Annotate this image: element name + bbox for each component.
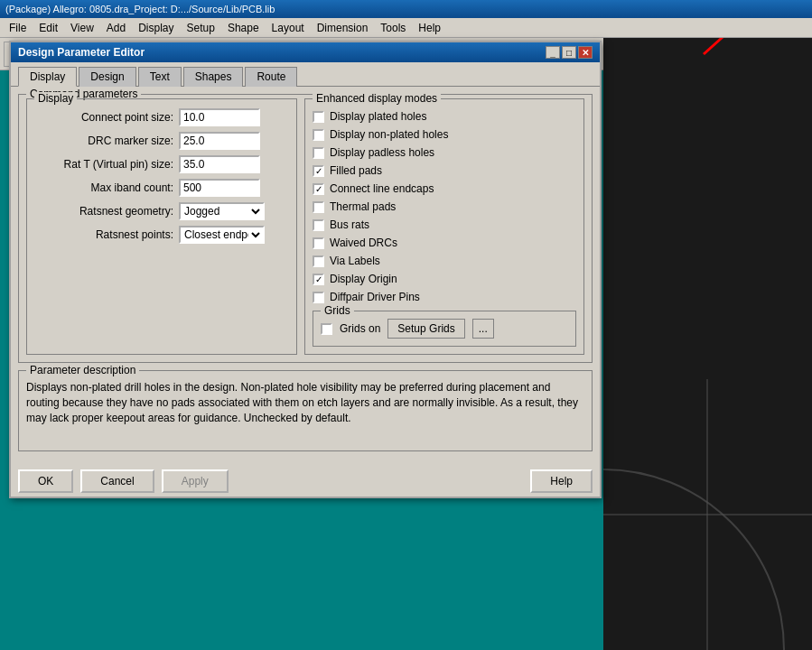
setup-grids-button[interactable]: Setup Grids (387, 319, 464, 339)
enhanced-display-label: Enhanced display modes (313, 92, 441, 105)
cb-label-1: Display non-plated holes (330, 128, 448, 141)
tab-design[interactable]: Design (79, 67, 135, 87)
drc-marker-row: DRC marker size: (34, 132, 289, 150)
ratsnest-pts-select[interactable]: Closest endpoint Centroid (179, 226, 265, 244)
command-params-group: Command parameters Display Connect point… (18, 94, 593, 363)
menu-file[interactable]: File (4, 20, 32, 36)
cb-filled-pads[interactable]: ✓ (313, 165, 324, 177)
connect-point-row: Connect point size: (34, 108, 289, 126)
menubar: File Edit View Add Display Setup Shape L… (0, 18, 812, 38)
drc-marker-input[interactable] (179, 132, 260, 150)
cancel-button[interactable]: Cancel (80, 469, 154, 493)
connect-point-input[interactable] (179, 108, 260, 126)
ratsnest-geo-label: Ratsnest geometry: (34, 205, 179, 218)
menu-display[interactable]: Display (133, 20, 179, 36)
cb-label-3: Filled pads (330, 164, 382, 177)
design-parameter-editor-dialog: Design Parameter Editor _ □ ✕ Display De… (9, 41, 602, 498)
cb-label-5: Thermal pads (330, 200, 396, 213)
menu-edit[interactable]: Edit (33, 20, 63, 36)
dialog-body: Command parameters Display Connect point… (11, 87, 600, 466)
cb-row-5: Thermal pads (313, 200, 576, 213)
display-params-label: Display (34, 92, 77, 105)
tab-display[interactable]: Display (18, 67, 77, 87)
menu-add[interactable]: Add (101, 20, 131, 36)
cb-display-plated-holes[interactable] (313, 111, 324, 123)
cb-row-1: Display non-plated holes (313, 128, 576, 141)
grids-on-label: Grids on (340, 322, 380, 335)
cb-label-8: Via Labels (330, 255, 380, 267)
ratsnest-geo-select[interactable]: Jogged Straight (179, 202, 265, 220)
menu-shape[interactable]: Shape (222, 20, 265, 36)
cb-label-7: Waived DRCs (330, 237, 397, 249)
dark-canvas-area: ⊞ ⊟ ⊡ ⊞ ⊞ ℹ (603, 0, 812, 650)
cb-display-nonplated-holes[interactable] (313, 129, 324, 141)
cb-label-0: Display plated holes (330, 110, 426, 123)
ratsnest-geo-row: Ratsnest geometry: Jogged Straight (34, 202, 289, 220)
ok-button[interactable]: OK (18, 469, 73, 493)
rat-t-label: Rat T (Virtual pin) size: (34, 158, 179, 171)
cb-row-10: Diffpair Driver Pins (313, 291, 576, 303)
grids-panel: Grids Grids on Setup Grids ... (313, 311, 576, 347)
param-desc-group: Parameter description Displays non-plate… (18, 370, 593, 451)
grids-row: Grids on Setup Grids ... (321, 319, 568, 339)
max-iband-label: Max iband count: (34, 181, 179, 194)
cb-connect-line-endcaps[interactable]: ✓ (313, 183, 324, 195)
dialog-titlebar: Design Parameter Editor _ □ ✕ (11, 42, 600, 62)
menu-view[interactable]: View (65, 20, 99, 36)
tab-route[interactable]: Route (245, 67, 297, 87)
main-layout: Display Connect point size: DRC marker s… (26, 98, 584, 355)
tab-shapes[interactable]: Shapes (183, 67, 244, 87)
cb-via-labels[interactable] (313, 255, 324, 267)
cb-row-8: Via Labels (313, 255, 576, 267)
dialog-buttons: OK Cancel Apply Help (11, 466, 600, 497)
menu-layout[interactable]: Layout (266, 20, 310, 36)
canvas-circle (603, 379, 812, 650)
cb-label-9: Display Origin (330, 273, 397, 285)
grids-label: Grids (321, 304, 354, 317)
rat-t-input[interactable] (179, 155, 260, 173)
grids-ellipsis-button[interactable]: ... (472, 319, 494, 339)
dialog-title: Design Parameter Editor (18, 46, 145, 59)
cb-display-padless-holes[interactable] (313, 147, 324, 159)
connect-point-label: Connect point size: (34, 111, 179, 124)
app-titlebar: (Package) Allegro: 0805.dra_Project: D:.… (0, 0, 812, 18)
cb-row-6: Bus rats (313, 218, 576, 231)
enhanced-display-panel: Enhanced display modes Display plated ho… (304, 98, 584, 355)
cb-label-6: Bus rats (330, 218, 369, 231)
apply-button[interactable]: Apply (162, 469, 229, 493)
cb-bus-rats[interactable] (313, 219, 324, 231)
param-desc-text: Displays non-plated drill holes in the d… (26, 380, 584, 425)
cb-waived-drcs[interactable] (313, 237, 324, 249)
cb-diffpair-driver-pins[interactable] (313, 292, 324, 303)
menu-tools[interactable]: Tools (375, 20, 411, 36)
cb-row-3: ✓ Filled pads (313, 164, 576, 177)
cb-label-4: Connect line endcaps (330, 182, 434, 195)
svg-point-0 (603, 469, 784, 650)
ratsnest-pts-row: Ratsnest points: Closest endpoint Centro… (34, 226, 289, 244)
menu-help[interactable]: Help (413, 20, 446, 36)
cb-row-4: ✓ Connect line endcaps (313, 182, 576, 195)
max-iband-row: Max iband count: (34, 179, 289, 197)
help-button[interactable]: Help (530, 469, 593, 493)
cb-row-2: Display padless holes (313, 146, 576, 159)
cb-row-0: Display plated holes (313, 110, 576, 123)
cb-label-2: Display padless holes (330, 146, 434, 159)
cb-thermal-pads[interactable] (313, 201, 324, 213)
tab-text[interactable]: Text (138, 67, 182, 87)
menu-setup[interactable]: Setup (182, 20, 220, 36)
cb-display-origin[interactable]: ✓ (313, 274, 324, 285)
dialog-tabs: Display Design Text Shapes Route (11, 62, 600, 87)
display-params-panel: Display Connect point size: DRC marker s… (26, 98, 297, 355)
rat-t-row: Rat T (Virtual pin) size: (34, 155, 289, 173)
drc-marker-label: DRC marker size: (34, 135, 179, 147)
max-iband-input[interactable] (179, 179, 260, 197)
menu-dimension[interactable]: Dimension (312, 20, 374, 36)
cb-label-10: Diffpair Driver Pins (330, 291, 420, 303)
param-desc-label: Parameter description (26, 364, 139, 376)
maximize-button[interactable]: □ (562, 46, 576, 59)
close-button[interactable]: ✕ (578, 46, 593, 59)
cb-row-7: Waived DRCs (313, 237, 576, 249)
minimize-button[interactable]: _ (546, 46, 560, 59)
cb-grids-on[interactable] (321, 323, 332, 335)
checkbox-list: Display plated holes Display non-plated … (313, 110, 576, 303)
